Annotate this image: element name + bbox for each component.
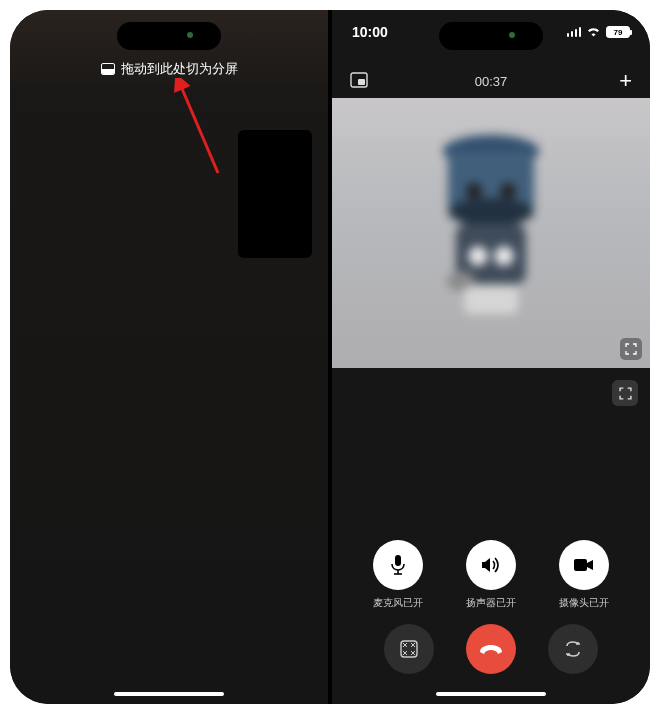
video-content (416, 116, 566, 326)
status-right: 79 (567, 25, 631, 40)
expand-video-icon[interactable] (620, 338, 642, 360)
video-camera-icon (573, 557, 595, 573)
speaker-icon (480, 555, 502, 575)
pip-placeholder[interactable] (238, 130, 312, 258)
home-indicator[interactable] (436, 692, 546, 696)
dual-phone-mockup: 拖动到此处切为分屏 10:00 (10, 10, 650, 704)
remote-video-feed (332, 98, 650, 368)
switch-camera-icon (563, 640, 583, 658)
battery-icon: 79 (606, 26, 630, 38)
speaker-label: 扬声器已开 (466, 596, 516, 610)
effects-button[interactable] (384, 624, 434, 674)
svg-rect-13 (395, 555, 401, 566)
mic-button[interactable] (373, 540, 423, 590)
svg-rect-2 (358, 79, 365, 85)
right-screen: 10:00 79 00:37 + (332, 10, 650, 704)
call-controls: 麦克风已开 扬声器已开 摄像头已开 (332, 540, 650, 674)
svg-rect-12 (464, 286, 518, 314)
camera-control: 摄像头已开 (559, 540, 609, 610)
call-duration: 00:37 (475, 74, 508, 89)
speaker-button[interactable] (466, 540, 516, 590)
camera-label: 摄像头已开 (559, 596, 609, 610)
svg-point-5 (448, 198, 534, 226)
svg-point-10 (494, 246, 514, 266)
dynamic-island (439, 22, 543, 50)
speaker-control: 扬声器已开 (466, 540, 516, 610)
camera-button[interactable] (559, 540, 609, 590)
call-header: 00:37 + (332, 68, 650, 94)
home-indicator[interactable] (114, 692, 224, 696)
pip-toggle-icon[interactable] (350, 72, 368, 91)
battery-level: 79 (614, 28, 623, 37)
mic-label: 麦克风已开 (373, 596, 423, 610)
cellular-signal-icon (567, 27, 582, 37)
annotation-arrow-icon (168, 78, 238, 178)
wifi-icon (586, 25, 601, 40)
hangup-button[interactable] (466, 624, 516, 674)
hangup-icon (478, 643, 504, 655)
effects-icon (399, 639, 419, 659)
svg-point-6 (466, 183, 482, 199)
status-time: 10:00 (352, 24, 388, 40)
left-screen: 拖动到此处切为分屏 (10, 10, 328, 704)
controls-row-2 (352, 624, 630, 674)
add-participant-icon[interactable]: + (619, 68, 632, 94)
mic-control: 麦克风已开 (373, 540, 423, 610)
fullscreen-button[interactable] (612, 380, 638, 406)
svg-line-0 (180, 84, 218, 173)
split-view-icon (101, 63, 115, 75)
svg-point-9 (468, 246, 488, 266)
split-screen-hint[interactable]: 拖动到此处切为分屏 (10, 60, 328, 78)
svg-point-7 (500, 183, 516, 199)
switch-camera-button[interactable] (548, 624, 598, 674)
microphone-icon (388, 554, 408, 576)
controls-row-1: 麦克风已开 扬声器已开 摄像头已开 (352, 540, 630, 610)
dynamic-island (117, 22, 221, 50)
split-hint-text: 拖动到此处切为分屏 (121, 60, 238, 78)
svg-rect-16 (574, 559, 587, 571)
